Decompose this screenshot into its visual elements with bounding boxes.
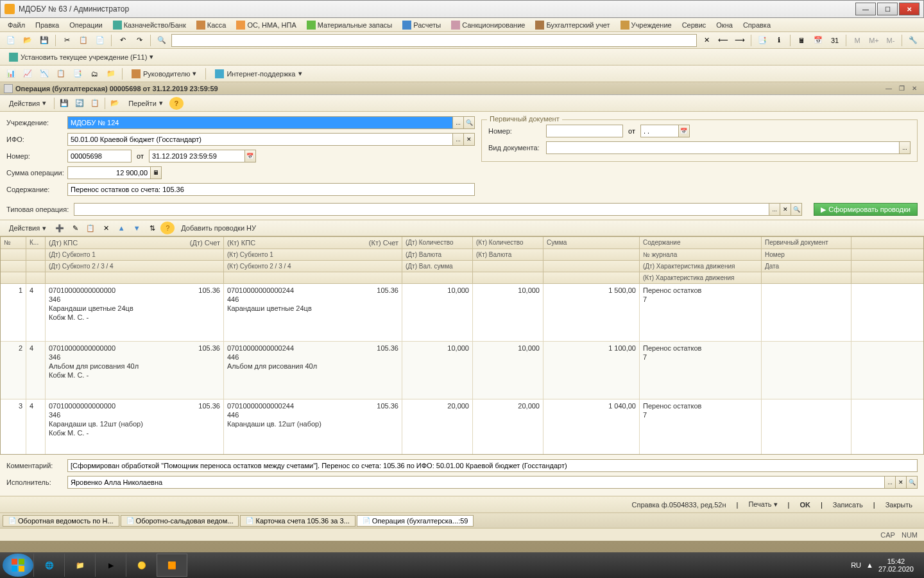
- tray-lang[interactable]: RU: [851, 561, 861, 569]
- new-icon[interactable]: 📄: [4, 34, 18, 47]
- mminus-icon[interactable]: M-: [884, 34, 898, 47]
- tray-date[interactable]: 27.02.2020: [878, 565, 914, 573]
- close-button[interactable]: ✕: [899, 3, 920, 15]
- copy2-icon[interactable]: 📑: [755, 34, 769, 47]
- comment-input[interactable]: [67, 459, 918, 472]
- date-input[interactable]: [149, 150, 245, 162]
- gh-n[interactable]: №: [1, 237, 26, 249]
- doc-save-icon[interactable]: 💾: [57, 97, 71, 110]
- sort-icon[interactable]: ⇅: [145, 222, 159, 234]
- help2-icon[interactable]: ?: [160, 222, 175, 234]
- manager-button[interactable]: Руководителю ▾: [126, 68, 201, 80]
- menu-sanction[interactable]: Санкционирование: [447, 19, 529, 31]
- tb3-icon3[interactable]: 📉: [37, 67, 51, 80]
- add-nu-button[interactable]: Добавить проводки НУ: [176, 223, 261, 233]
- clear-icon[interactable]: ✕: [699, 34, 714, 47]
- copy-row-icon[interactable]: 📋: [83, 222, 98, 234]
- tray-time[interactable]: 15:42: [878, 557, 914, 565]
- back-icon[interactable]: ⟵: [716, 34, 730, 47]
- gh-content[interactable]: Содержание: [640, 237, 762, 249]
- down-icon[interactable]: ▼: [130, 222, 144, 234]
- calc-icon[interactable]: 🖩: [794, 34, 809, 47]
- search-icon[interactable]: 🔍: [155, 34, 169, 47]
- doc-close[interactable]: ✕: [909, 83, 920, 94]
- table-actions[interactable]: Действия ▾: [4, 223, 51, 234]
- task-explorer[interactable]: 📁: [64, 554, 95, 577]
- add-icon[interactable]: ➕: [53, 222, 67, 234]
- maximize-button[interactable]: ☐: [877, 3, 898, 15]
- content-input[interactable]: [67, 183, 475, 196]
- doc-restore[interactable]: ❐: [896, 83, 907, 94]
- task-ie[interactable]: 🌐: [33, 554, 64, 577]
- ifo-input[interactable]: [67, 133, 453, 146]
- doc-nav-icon[interactable]: 📂: [108, 97, 122, 110]
- gh-dt-kps[interactable]: (Дт) КПС(Дт) Счет: [46, 237, 224, 249]
- executor-more[interactable]: ...: [884, 476, 896, 489]
- set-institution-button[interactable]: Установить текущее учреждение (F11) ▾: [4, 51, 158, 63]
- doc-actions[interactable]: Действия ▾: [4, 98, 51, 109]
- gh-sum[interactable]: Сумма: [543, 237, 640, 249]
- prim-date-input[interactable]: [640, 125, 679, 137]
- institution-more[interactable]: ...: [452, 116, 464, 129]
- mplus-icon[interactable]: M+: [867, 34, 881, 47]
- doc-refresh-icon[interactable]: 🔄: [73, 97, 87, 110]
- menu-operations[interactable]: Операции: [65, 20, 106, 30]
- tb3-icon1[interactable]: 📊: [4, 67, 18, 80]
- cut-icon[interactable]: ✂: [60, 34, 74, 47]
- menu-edit[interactable]: Правка: [31, 20, 63, 30]
- menu-materials[interactable]: Материальные запасы: [303, 19, 397, 31]
- ok-button[interactable]: OK: [794, 500, 816, 510]
- sum-calc[interactable]: 🖩: [150, 166, 162, 179]
- tab-3[interactable]: 📄Операция (бухгалтерска...:59: [357, 515, 474, 527]
- copy-icon[interactable]: 📋: [76, 34, 90, 47]
- sum-input[interactable]: [67, 166, 151, 179]
- gh-kt-kps[interactable]: (Кт) КПС(Кт) Счет: [224, 237, 402, 249]
- tab-2[interactable]: 📄Карточка счета 105.36 за 3...: [240, 515, 355, 527]
- calendar-icon[interactable]: 📅: [811, 34, 825, 47]
- menu-service[interactable]: Сервис: [678, 20, 710, 30]
- menu-calc[interactable]: Расчеты: [398, 19, 445, 31]
- date-picker[interactable]: 📅: [244, 150, 256, 162]
- menu-institution[interactable]: Учреждение: [617, 19, 676, 31]
- doc-goto[interactable]: Перейти ▾: [123, 98, 168, 109]
- print-button[interactable]: Печать ▾: [743, 499, 782, 510]
- menu-accounting[interactable]: Бухгалтерский учет: [531, 19, 613, 31]
- tb3-icon7[interactable]: 📁: [104, 67, 118, 80]
- prim-number-input[interactable]: [546, 125, 623, 137]
- task-chrome[interactable]: 🟡: [126, 554, 157, 577]
- gh-kt-qty[interactable]: (Кт) Количество: [473, 237, 543, 249]
- date-icon[interactable]: 31: [828, 34, 842, 47]
- executor-input[interactable]: [67, 476, 885, 489]
- gh-k[interactable]: К...: [26, 237, 46, 249]
- minimize-button[interactable]: —: [855, 3, 876, 15]
- typical-input[interactable]: [74, 203, 769, 216]
- task-1c[interactable]: 🟧: [157, 554, 187, 577]
- delete-icon[interactable]: ✕: [99, 222, 113, 234]
- typical-search[interactable]: 🔍: [791, 203, 802, 216]
- doc-minimize[interactable]: —: [883, 83, 894, 94]
- prim-date-picker[interactable]: 📅: [678, 125, 690, 137]
- tray-flag-icon[interactable]: ▲: [866, 561, 873, 569]
- start-button[interactable]: [3, 554, 33, 577]
- doc-copy-icon[interactable]: 📋: [88, 97, 102, 110]
- ifo-more[interactable]: ...: [452, 133, 464, 146]
- m-icon[interactable]: M: [850, 34, 864, 47]
- support-button[interactable]: Интернет-поддержка ▾: [210, 68, 307, 80]
- menu-assets[interactable]: ОС, НМА, НПА: [232, 19, 300, 31]
- executor-search[interactable]: 🔍: [906, 476, 918, 489]
- menu-cash[interactable]: Касса: [193, 19, 230, 31]
- save-icon[interactable]: 💾: [37, 34, 51, 47]
- tb3-icon4[interactable]: 📋: [54, 67, 68, 80]
- executor-clear[interactable]: ✕: [895, 476, 907, 489]
- tb3-icon6[interactable]: 🗂: [87, 67, 101, 80]
- save-button[interactable]: Записать: [828, 500, 868, 510]
- doc-help-icon[interactable]: ?: [169, 97, 184, 110]
- edit-icon[interactable]: ✎: [68, 222, 82, 234]
- menu-treasury[interactable]: Казначейство/Банк: [109, 19, 190, 31]
- tab-0[interactable]: 📄Оборотная ведомость по Н...: [3, 515, 119, 527]
- table-row[interactable]: 3407010000000000000105.36346Карандаши цв…: [1, 399, 923, 455]
- paste-icon[interactable]: 📄: [93, 34, 107, 47]
- up-icon[interactable]: ▲: [114, 222, 128, 234]
- table-row[interactable]: 2407010000000000000105.36346Альбом для р…: [1, 342, 923, 399]
- menu-windows[interactable]: Окна: [712, 20, 737, 30]
